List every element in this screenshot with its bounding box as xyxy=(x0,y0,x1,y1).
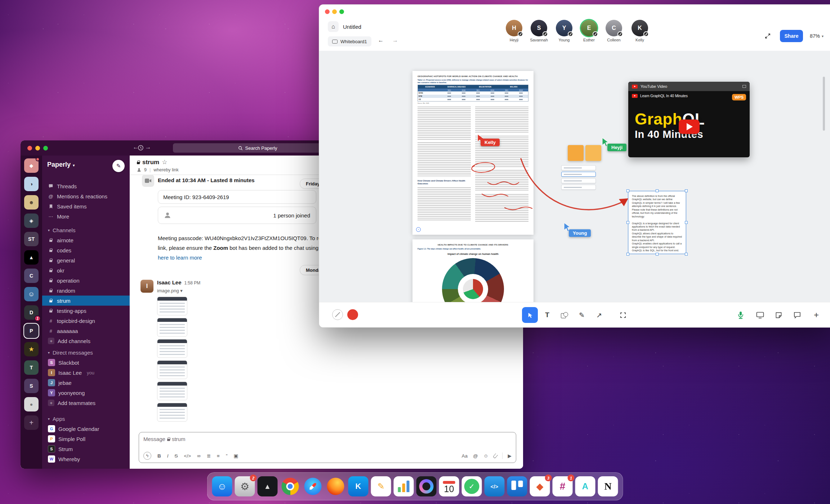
add-teammates-button[interactable]: +Add teammates xyxy=(42,398,130,408)
flow-box[interactable] xyxy=(561,185,596,190)
expand-icon[interactable] xyxy=(742,85,746,88)
flow-box[interactable] xyxy=(561,178,596,183)
compose-button[interactable]: ✎ xyxy=(112,160,125,172)
sticky-note[interactable] xyxy=(568,145,584,161)
workspace-icon-1[interactable]: ◆ xyxy=(24,158,39,173)
workspace-menu[interactable]: Paperly▾ xyxy=(47,161,75,168)
flow-box[interactable] xyxy=(561,165,596,170)
undo-back-button[interactable]: ← xyxy=(376,37,385,44)
participant-heyji[interactable]: H Heyji xyxy=(502,20,526,42)
send-button[interactable]: ▶ xyxy=(508,453,512,459)
dock-finder[interactable]: ☺ xyxy=(212,476,232,496)
code-block-button[interactable]: ▣ xyxy=(233,453,238,459)
sidebar-channel-aaaaaaa[interactable]: #aaaaaaa xyxy=(42,326,130,336)
workspace-icon-8[interactable]: ☺ xyxy=(24,287,39,301)
dock-airtable[interactable]: A xyxy=(575,476,595,496)
sidebar-channel-testing-apps[interactable]: testing-apps xyxy=(42,306,130,316)
sidebar-channel-codes[interactable]: codes xyxy=(42,245,130,255)
close-button[interactable] xyxy=(325,9,330,14)
bookmark-whereby-link[interactable]: whereby link xyxy=(153,167,178,172)
members-icon[interactable] xyxy=(137,168,141,172)
dm-yoonyeong[interactable]: Yyoonyeong xyxy=(42,388,130,398)
sidebar-item-saved[interactable]: Saved items xyxy=(42,201,130,211)
participant-young[interactable]: Y Young xyxy=(552,20,576,42)
attach-file-button[interactable] xyxy=(492,453,497,458)
link-button[interactable]: ∞ xyxy=(197,453,201,459)
redo-forward-button[interactable]: → xyxy=(391,37,400,44)
video-thumbnail[interactable]: Learn GraphQL In 40 Minutes WPS GraphQL … xyxy=(628,91,750,157)
dock-design-tool[interactable]: ◆3 xyxy=(530,476,550,496)
workspace-icon-3[interactable]: ☻ xyxy=(24,195,39,210)
frame-tool[interactable] xyxy=(615,307,631,323)
resize-handle[interactable] xyxy=(685,253,688,256)
shortcuts-button[interactable]: ϟ xyxy=(143,452,151,460)
history-icon[interactable] xyxy=(138,145,144,151)
dock-slack[interactable]: #1 xyxy=(553,476,573,496)
participant-colleen[interactable]: C Colleen xyxy=(602,20,626,42)
arrow-tool[interactable]: ↗ xyxy=(591,307,607,323)
italic-button[interactable]: I xyxy=(167,453,169,459)
zoom-control[interactable]: 87%▾ xyxy=(807,30,826,42)
add-button[interactable]: + xyxy=(809,308,823,322)
dock-launchpad[interactable]: ▲ xyxy=(258,476,278,496)
image-thumbnail[interactable] xyxy=(157,297,187,315)
sidebar-channel-operation[interactable]: operation xyxy=(42,275,130,285)
bold-button[interactable]: B xyxy=(157,453,161,459)
resize-handle[interactable] xyxy=(685,221,688,224)
page-nav-bubble[interactable]: › xyxy=(416,227,421,232)
no-tool-button[interactable] xyxy=(332,309,343,320)
share-button[interactable]: Share xyxy=(780,30,803,42)
image-thumbnail[interactable] xyxy=(157,318,187,337)
graphql-text-box[interactable]: The above definition is from the officia… xyxy=(629,192,685,253)
add-channels-button[interactable]: +Add channels xyxy=(42,336,130,346)
play-button[interactable] xyxy=(679,120,700,134)
workspace-icon-D[interactable]: D1 xyxy=(24,305,39,320)
pen-tool[interactable]: ✎ xyxy=(574,307,590,323)
dock-vscode[interactable]: </> xyxy=(485,476,505,496)
home-button[interactable]: ⌂ xyxy=(328,21,339,32)
select-tool-active[interactable] xyxy=(522,307,538,323)
apps-section-header[interactable]: ▾Apps xyxy=(42,414,130,424)
resize-handle[interactable] xyxy=(685,189,688,192)
workspace-icon-P-active[interactable]: P xyxy=(24,324,39,338)
dm-jebae[interactable]: Jjebae xyxy=(42,378,130,388)
minimize-button[interactable] xyxy=(35,146,40,150)
app-simple-poll[interactable]: PSimple Poll xyxy=(42,434,130,444)
workspace-icon-T[interactable]: T xyxy=(24,360,39,375)
sidebar-item-threads[interactable]: Threads xyxy=(42,181,130,191)
minimize-button[interactable] xyxy=(332,9,337,14)
fullscreen-icon[interactable] xyxy=(762,30,774,42)
sidebar-channel-general[interactable]: general xyxy=(42,255,130,265)
mention-button[interactable]: @ xyxy=(473,453,478,459)
maximize-button[interactable] xyxy=(43,146,48,150)
maximize-button[interactable] xyxy=(339,9,344,14)
image-thumbnail[interactable] xyxy=(157,403,187,422)
sidebar-channel-airnote[interactable]: airnote xyxy=(42,235,130,245)
workspace-icon-C[interactable]: C xyxy=(24,269,39,283)
dock-system-settings[interactable]: ⚙2 xyxy=(235,476,255,496)
text-tool[interactable]: T xyxy=(539,307,555,323)
ordered-list-button[interactable]: ≣ xyxy=(207,453,211,459)
dock-numbers[interactable] xyxy=(394,476,414,496)
dms-section-header[interactable]: ▾Direct messages xyxy=(42,347,130,357)
app-whereby[interactable]: WWhereby xyxy=(42,454,130,464)
avatar-isaac-lee[interactable]: I xyxy=(140,280,153,293)
resize-handle[interactable] xyxy=(626,253,629,256)
workspace-icon-ST[interactable]: ST xyxy=(24,232,39,246)
workspace-icon-14[interactable]: ● xyxy=(24,397,39,411)
flow-box-selected[interactable] xyxy=(561,172,596,177)
learn-more-link[interactable]: here to learn more xyxy=(158,253,329,262)
document-page-2[interactable]: HEALTH IMPACTS DUE TO CLIMATE CHANGE AND… xyxy=(412,239,534,303)
dm-slackbot[interactable]: SSlackbot xyxy=(42,357,130,368)
chat-button[interactable] xyxy=(790,308,804,322)
sidebar-item-more[interactable]: ⋯More xyxy=(42,211,130,221)
workspace-icon-star[interactable]: ★ xyxy=(24,342,39,356)
workspace-icon-4[interactable]: ◈ xyxy=(24,213,39,228)
dm-isaac-lee[interactable]: IIsaac Leeyou xyxy=(42,368,130,378)
strikethrough-button[interactable]: S xyxy=(175,453,178,459)
channels-section-header[interactable]: ▾Channels xyxy=(42,225,130,235)
canvas-scrollbar[interactable] xyxy=(823,77,825,131)
dock-arc-browser[interactable] xyxy=(416,476,437,496)
member-count[interactable]: 9 xyxy=(144,167,147,172)
emoji-button[interactable]: ☺ xyxy=(483,453,488,459)
